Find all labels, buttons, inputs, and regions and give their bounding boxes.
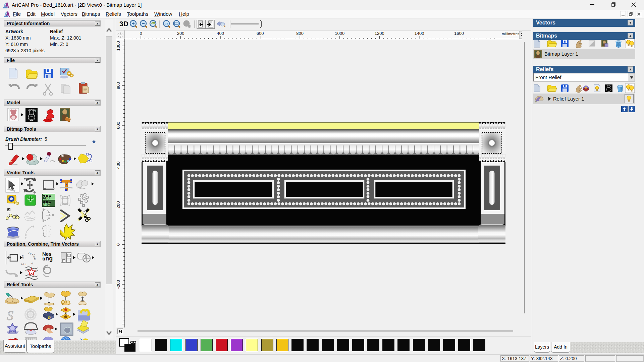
svg-text:1200: 1200 bbox=[375, 31, 384, 36]
svg-text:-200: -200 bbox=[116, 280, 121, 289]
svg-text:1600: 1600 bbox=[454, 31, 464, 36]
svg-text:ABC: ABC bbox=[43, 203, 50, 206]
svg-text:ABC: ABC bbox=[43, 196, 50, 200]
svg-text:600: 600 bbox=[116, 122, 121, 129]
svg-text:+: + bbox=[535, 99, 537, 104]
svg-text:400: 400 bbox=[116, 162, 121, 169]
svg-text:c u r: c u r bbox=[21, 263, 26, 266]
svg-text:400: 400 bbox=[217, 31, 224, 36]
svg-text:0: 0 bbox=[140, 31, 142, 36]
svg-text:millimetres: millimetres bbox=[502, 32, 520, 36]
svg-text:T: T bbox=[35, 109, 37, 112]
svg-text:1000: 1000 bbox=[335, 31, 344, 36]
svg-text:S: S bbox=[7, 308, 13, 323]
svg-text:ting: ting bbox=[42, 255, 53, 262]
svg-text:1400: 1400 bbox=[414, 31, 424, 36]
svg-text:b: b bbox=[48, 315, 51, 320]
svg-text:v e: v e bbox=[21, 255, 25, 259]
svg-text:0: 0 bbox=[116, 243, 121, 246]
svg-text:1000: 1000 bbox=[116, 41, 121, 51]
svg-text:o n: o n bbox=[33, 256, 37, 260]
svg-text:800: 800 bbox=[296, 31, 304, 36]
svg-text:200: 200 bbox=[116, 201, 121, 208]
svg-text:600: 600 bbox=[257, 31, 264, 36]
svg-text:a: a bbox=[31, 262, 34, 265]
svg-text:1:1: 1:1 bbox=[164, 22, 168, 25]
svg-text:200: 200 bbox=[177, 31, 184, 36]
svg-text:800: 800 bbox=[116, 82, 121, 89]
